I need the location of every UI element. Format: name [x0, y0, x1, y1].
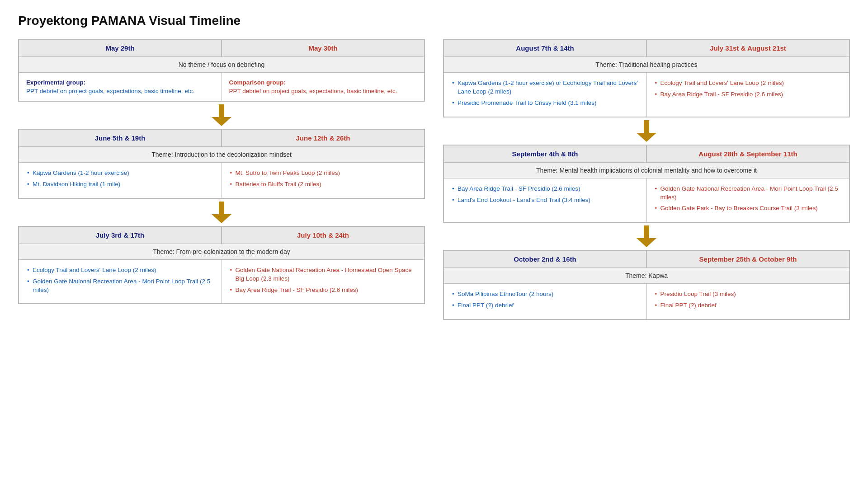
arrow-down	[18, 102, 425, 129]
arrow-icon	[637, 225, 656, 247]
col2-header-block3: July 10th & 24th	[222, 226, 425, 244]
col2-header-block1: May 30th	[222, 39, 425, 57]
main-layout: May 29thMay 30thNo theme / focus on debr…	[18, 39, 850, 320]
session-block-block4: August 7th & 14thJuly 31st & August 21st…	[443, 39, 850, 117]
session-block-block6: October 2nd & 16thSeptember 25th & Octob…	[443, 250, 850, 320]
col1-item-1: Mt. Davidson Hiking trail (1 mile)	[26, 180, 214, 189]
content-row-block2: Kapwa Gardens (1-2 hour exercise)Mt. Dav…	[19, 163, 425, 198]
col2-content-block3: Golden Gate National Recreation Area - H…	[222, 260, 425, 304]
theme-row-block5: Theme: Mental health implications of col…	[443, 163, 849, 178]
col1-item-0: Kapwa Gardens (1-2 hour exercise) or Eco…	[451, 79, 639, 96]
col1-item-0: Ecology Trail and Lovers' Lane Loop (2 m…	[26, 266, 214, 275]
svg-rect-4	[644, 120, 649, 134]
page-title: Proyektong PAMANA Visual Timeline	[18, 14, 850, 28]
content-row-block6: SoMa Pilipinas EthnoTour (2 hours)Final …	[443, 284, 849, 319]
arrow-down	[18, 199, 425, 226]
session-block-block3: July 3rd & 17thJuly 10th & 24thTheme: Fr…	[18, 226, 425, 305]
svg-rect-2	[219, 202, 224, 215]
theme-row-block2: Theme: Introduction to the decolonizatio…	[19, 147, 425, 163]
col2-text-block1: PPT debrief on project goals, expectatio…	[229, 88, 397, 94]
content-row-block1: Experimental group:PPT debrief on projec…	[19, 73, 425, 101]
col1-header-block4: August 7th & 14th	[443, 39, 646, 57]
col2-header-block4: July 31st & August 21st	[646, 39, 849, 57]
col1-item-1: Golden Gate National Recreation Area - M…	[26, 277, 214, 295]
session-block-block2: June 5th & 19thJune 12th & 26thTheme: In…	[18, 129, 425, 199]
col2-item-0: Presidio Loop Trail (3 miles)	[654, 290, 842, 299]
col2-content-block5: Golden Gate National Recreation Area - M…	[647, 178, 849, 222]
col1-item-1: Land's End Lookout - Land's End Trail (3…	[451, 196, 639, 205]
svg-marker-1	[212, 117, 231, 126]
col2-item-0: Golden Gate National Recreation Area - H…	[229, 266, 417, 283]
session-block-block5: September 4th & 8thAugust 28th & Septemb…	[443, 145, 850, 223]
col1-item-0: SoMa Pilipinas EthnoTour (2 hours)	[451, 290, 639, 299]
col2-sublabel-block1: Comparison group:	[229, 79, 417, 86]
header-row-block3: July 3rd & 17thJuly 10th & 24th	[19, 226, 425, 244]
col2-item-1: Batteries to Bluffs Trail (2 miles)	[229, 180, 417, 189]
theme-row-block6: Theme: Kapwa	[443, 268, 849, 284]
header-row-block4: August 7th & 14thJuly 31st & August 21st	[443, 39, 849, 57]
col1-content-block3: Ecology Trail and Lovers' Lane Loop (2 m…	[19, 260, 222, 304]
svg-marker-5	[637, 133, 656, 142]
arrow-icon	[212, 104, 231, 126]
col1-header-block6: October 2nd & 16th	[443, 250, 646, 268]
col1-header-block2: June 5th & 19th	[19, 129, 222, 147]
col1-content-block1: Experimental group:PPT debrief on projec…	[19, 73, 222, 101]
col2-content-block1: Comparison group:PPT debrief on project …	[222, 73, 425, 101]
svg-rect-0	[219, 104, 224, 118]
col2-item-0: Golden Gate National Recreation Area - M…	[654, 185, 842, 202]
col2-item-1: Bay Area Ridge Trail - SF Presidio (2.6 …	[654, 90, 842, 99]
col1-item-1: Final PPT (?) debrief	[451, 301, 639, 310]
col1-header-block5: September 4th & 8th	[443, 145, 646, 163]
arrow-down	[443, 223, 850, 250]
col2-item-0: Mt. Sutro to Twin Peaks Loop (2 miles)	[229, 169, 417, 178]
col2-header-block2: June 12th & 26th	[222, 129, 425, 147]
col2-header-block6: September 25th & October 9th	[646, 250, 849, 268]
col2-item-1: Golden Gate Park - Bay to Breakers Cours…	[654, 204, 842, 213]
col2-content-block6: Presidio Loop Trail (3 miles)Final PPT (…	[647, 284, 849, 319]
col2-item-0: Ecology Trail and Lovers' Lane Loop (2 m…	[654, 79, 842, 88]
col1-item-0: Bay Area Ridge Trail - SF Presidio (2.6 …	[451, 185, 639, 193]
left-column: May 29thMay 30thNo theme / focus on debr…	[18, 39, 425, 320]
svg-rect-6	[644, 225, 649, 239]
col1-sublabel-block1: Experimental group:	[26, 79, 214, 86]
theme-row-block4: Theme: Traditional healing practices	[443, 57, 849, 73]
theme-row-block1: No theme / focus on debriefing	[19, 57, 425, 73]
header-row-block1: May 29thMay 30th	[19, 39, 425, 57]
col1-item-0: Kapwa Gardens (1-2 hour exercise)	[26, 169, 214, 178]
col2-content-block4: Ecology Trail and Lovers' Lane Loop (2 m…	[647, 73, 849, 117]
col1-text-block1: PPT debrief on project goals, expectatio…	[26, 88, 194, 94]
content-row-block5: Bay Area Ridge Trail - SF Presidio (2.6 …	[443, 178, 849, 223]
theme-row-block3: Theme: From pre-colonization to the mode…	[19, 244, 425, 260]
col2-header-block5: August 28th & September 11th	[646, 145, 849, 163]
col1-content-block2: Kapwa Gardens (1-2 hour exercise)Mt. Dav…	[19, 163, 222, 198]
col1-header-block3: July 3rd & 17th	[19, 226, 222, 244]
col1-item-1: Presidio Promenade Trail to Crissy Field…	[451, 99, 639, 108]
svg-marker-7	[637, 238, 656, 247]
right-column: August 7th & 14thJuly 31st & August 21st…	[443, 39, 850, 320]
content-row-block3: Ecology Trail and Lovers' Lane Loop (2 m…	[19, 260, 425, 304]
col1-content-block4: Kapwa Gardens (1-2 hour exercise) or Eco…	[444, 73, 647, 117]
col1-content-block6: SoMa Pilipinas EthnoTour (2 hours)Final …	[444, 284, 647, 319]
header-row-block5: September 4th & 8thAugust 28th & Septemb…	[443, 145, 849, 163]
arrow-icon	[212, 202, 231, 223]
col2-item-1: Final PPT (?) debrief	[654, 301, 842, 310]
col2-item-1: Bay Area Ridge Trail - SF Presidio (2.6 …	[229, 286, 417, 295]
svg-marker-3	[212, 214, 231, 223]
content-row-block4: Kapwa Gardens (1-2 hour exercise) or Eco…	[443, 73, 849, 117]
session-block-block1: May 29thMay 30thNo theme / focus on debr…	[18, 39, 425, 102]
col1-header-block1: May 29th	[19, 39, 222, 57]
header-row-block2: June 5th & 19thJune 12th & 26th	[19, 129, 425, 147]
col1-content-block5: Bay Area Ridge Trail - SF Presidio (2.6 …	[444, 178, 647, 222]
arrow-down	[443, 117, 850, 145]
arrow-icon	[637, 120, 656, 142]
header-row-block6: October 2nd & 16thSeptember 25th & Octob…	[443, 250, 849, 268]
col2-content-block2: Mt. Sutro to Twin Peaks Loop (2 miles)Ba…	[222, 163, 425, 198]
